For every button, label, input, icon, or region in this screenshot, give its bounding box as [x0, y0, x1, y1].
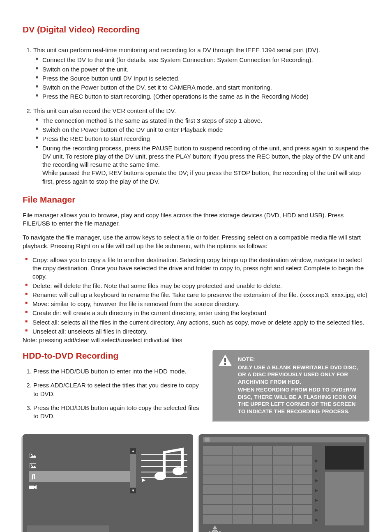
section-fm-title: File Manager — [23, 195, 369, 205]
manual-page: DV (Digital Video) Recording This unit c… — [0, 0, 392, 532]
fm-bullet: Rename: will call up a keyboard to renam… — [23, 291, 369, 299]
svg-point-14 — [154, 472, 166, 480]
list-row — [29, 461, 136, 471]
dv-item-1-lead: This unit can perform real-time monitori… — [33, 46, 320, 53]
svg-rect-1 — [224, 358, 226, 362]
note-line-2: WHEN RECORDING FROM HDD TO DVD±R/W DISC,… — [238, 387, 356, 415]
dv-item-2-lead: This unit can also record the VCR conten… — [33, 107, 176, 114]
list-row — [29, 450, 136, 461]
hdd-section: HDD-to-DVD Recording Press the HDD/DUB b… — [23, 350, 200, 426]
hdd-step: Press the HDD/DUB button to enter into t… — [33, 367, 200, 375]
svg-marker-16 — [213, 525, 217, 529]
svg-rect-2 — [224, 363, 226, 365]
scroll-down-icon: ▼ — [130, 488, 136, 493]
fm-note: Note: pressing add/clear will select/uns… — [23, 336, 369, 343]
bullet-continuation: While paused the FWD, REV buttons operat… — [42, 169, 369, 186]
bullet-text: During the recording process, press the … — [42, 144, 369, 169]
fm-bullet: Unselect all: unselects all files in dir… — [23, 327, 369, 336]
bullet: Switch on the power of the unit. — [33, 65, 369, 74]
dv-item-1-bullets: Connect the DV to the unit (for details,… — [33, 56, 369, 101]
hdd-step: Press the HDD/DUB button again toto copy… — [33, 404, 200, 421]
dv-item-2: This unit can also record the VCR conten… — [33, 107, 369, 186]
bullet: Connect the DV to the unit (for details,… — [33, 56, 369, 64]
fm-bullets: Copy: allows you to copy a file to anoth… — [23, 256, 369, 336]
side-panel — [325, 472, 364, 525]
row-arrows: ▶ ▶ ▶ ▶ ▶ ▶ ▶ — [315, 456, 318, 525]
note-line-1: ONLY USE A BLANK REWRITABLE DVD DISC, OR… — [238, 364, 363, 386]
svg-point-4 — [31, 454, 32, 455]
bullet: Press the REC button to start recording — [33, 135, 369, 143]
dpad-icon — [205, 525, 225, 532]
bullet: Press the Source button until DV Input i… — [33, 74, 369, 83]
play-arrow-icon: ▶ — [315, 495, 318, 505]
bullet: Switch on the Power button of the DV, se… — [33, 83, 369, 92]
bottom-strip — [27, 525, 109, 532]
section-dv-title: DV (Digital Video) Recording — [23, 25, 369, 35]
note-label: NOTE: — [238, 356, 363, 363]
screenshot-hdd-titles: ▶ ▶ ▶ ▶ ▶ ▶ ▶ — [199, 434, 369, 532]
screenshot-file-manager: ▲ ▼ ▶ — [23, 434, 193, 532]
title-grid — [203, 446, 312, 525]
scroll-up-icon: ▲ — [130, 448, 136, 454]
music-preview — [140, 447, 189, 488]
fm-bullet: Select all: selects all the files in the… — [23, 318, 369, 327]
fm-bullet: Delete: will delete the file. Note that … — [23, 282, 369, 290]
list-row — [29, 482, 136, 493]
bullet: The connection method is the same as sta… — [33, 117, 369, 125]
bullet: Press the REC button to start recording.… — [33, 92, 369, 101]
scrollbar: ▲ ▼ — [130, 448, 136, 493]
header-bar — [203, 437, 366, 442]
dv-list: This unit can perform real-time monitori… — [23, 46, 369, 186]
header-square-icon — [205, 438, 210, 442]
fm-para-1: File manager allows you to browse, play … — [23, 211, 369, 228]
play-arrow-icon: ▶ — [315, 505, 318, 515]
music-icon — [29, 474, 37, 479]
image-icon — [29, 463, 37, 469]
dv-item-1: This unit can perform real-time monitori… — [33, 46, 369, 101]
fm-bullet: Move: similar to copy, however the file … — [23, 300, 369, 308]
dv-item-2-bullets: The connection method is the same as sta… — [33, 117, 369, 186]
svg-rect-7 — [29, 486, 34, 489]
note-box: NOTE: ONLY USE A BLANK REWRITABLE DVD DI… — [213, 350, 369, 421]
fm-para-2: To navigate the file manager, use the ar… — [23, 233, 369, 250]
lower-columns: HDD-to-DVD Recording Press the HDD/DUB b… — [23, 350, 369, 426]
warning-icon — [218, 354, 232, 368]
svg-point-6 — [31, 465, 32, 466]
play-arrow-icon: ▶ — [315, 456, 318, 465]
video-icon — [29, 484, 37, 490]
play-arrow-icon: ▶ — [315, 465, 318, 475]
hdd-steps: Press the HDD/DUB button to enter into t… — [23, 367, 200, 420]
svg-point-15 — [173, 467, 184, 475]
hdd-step: Press ADD/CLEAR to select the titles tha… — [33, 381, 200, 398]
bullet: Switch on the Power button of the DV uni… — [33, 126, 369, 134]
preview-thumbnail — [325, 446, 364, 470]
play-arrow-icon: ▶ — [315, 475, 318, 485]
list-row-selected — [29, 471, 136, 482]
section-hdd-title: HDD-to-DVD Recording — [23, 351, 200, 361]
fm-bullet: Create dir: will create a sub directory … — [23, 309, 369, 317]
play-arrow-icon: ▶ — [315, 485, 318, 495]
fm-bullet: Copy: allows you to copy a file to anoth… — [23, 256, 369, 281]
screenshots: ▲ ▼ ▶ — [23, 434, 369, 532]
image-icon — [29, 452, 37, 458]
play-arrow-icon: ▶ — [315, 515, 318, 525]
bullet: During the recording process, press the … — [33, 144, 369, 186]
file-list — [29, 450, 136, 493]
svg-marker-8 — [34, 485, 37, 489]
